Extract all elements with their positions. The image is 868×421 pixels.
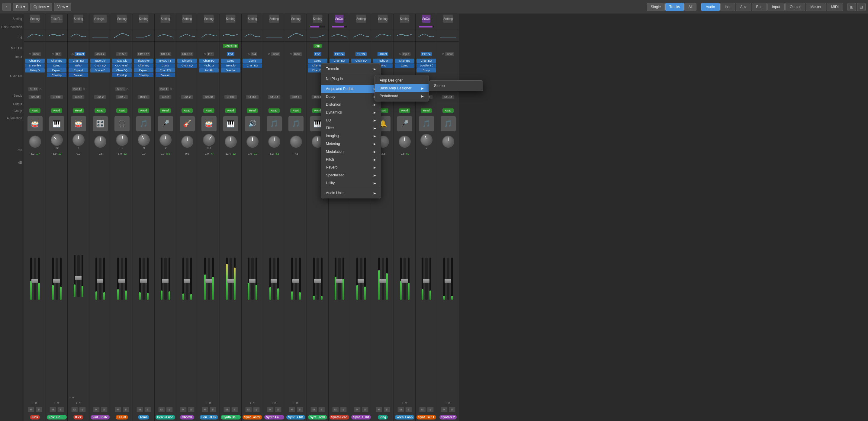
submenu-arrow-metering: ▶ — [374, 142, 376, 146]
menu-separator-3 — [321, 188, 381, 188]
submenu-item-stereo[interactable]: Stereo — [429, 82, 483, 90]
submenu-arrow-eq: ▶ — [374, 119, 376, 122]
submenu-arrow-modulation: ▶ — [374, 150, 376, 153]
submenu-arrow-specialized: ▶ — [374, 174, 376, 177]
submenu-arrow-pedalboard: ▶ — [421, 94, 424, 98]
submenu-arrow-reverb: ▶ — [374, 166, 376, 169]
submenu-arrow-distortion: ▶ — [374, 103, 376, 106]
submenu-arrow-imaging: ▶ — [374, 134, 376, 138]
submenu-item-amp-designer[interactable]: Amp Designer — [375, 77, 429, 84]
context-menu-main: Tremolo ▶ No Plug-in Amps and Pedals ▶ D… — [321, 63, 381, 199]
menu-item-specialized[interactable]: Specialized ▶ — [321, 171, 381, 179]
submenu-item-bass-amp[interactable]: Bass Amp Designer ▶ — [375, 84, 429, 92]
menu-item-eq[interactable]: EQ ▶ — [321, 116, 381, 124]
menu-item-delay[interactable]: Delay ▶ — [321, 93, 381, 100]
submenu-item-pedalboard[interactable]: Pedalboard ▶ — [375, 92, 429, 100]
submenu-arrow-bass-amp: ▶ — [421, 87, 424, 90]
menu-item-amps-pedals[interactable]: Amps and Pedals ▶ — [321, 85, 381, 93]
submenu-arrow-tremolo: ▶ — [374, 67, 376, 71]
menu-item-imaging[interactable]: Imaging ▶ — [321, 132, 381, 140]
submenu-arrow-dynamics: ▶ — [374, 111, 376, 114]
menu-item-no-plugin[interactable]: No Plug-in — [321, 75, 381, 83]
menu-item-dynamics[interactable]: Dynamics ▶ — [321, 109, 381, 116]
menu-item-distortion[interactable]: Distortion ▶ — [321, 100, 381, 109]
submenu-arrow-utility: ▶ — [374, 181, 376, 185]
menu-item-audio-units[interactable]: Audio Units ▶ — [321, 189, 381, 197]
submenu-arrow-filter: ▶ — [374, 126, 376, 130]
submenu-arrow-audio-units: ▶ — [374, 191, 376, 195]
menu-item-filter[interactable]: Filter ▶ — [321, 124, 381, 132]
submenu-amps-pedals: Amp Designer Bass Amp Designer ▶ Pedalbo… — [374, 75, 429, 101]
menu-item-modulation[interactable]: Modulation ▶ — [321, 148, 381, 155]
menu-separator-1 — [321, 74, 381, 74]
submenu-bass-amp: Stereo — [429, 80, 483, 91]
submenu-arrow-pitch: ▶ — [374, 158, 376, 161]
menu-item-utility[interactable]: Utility ▶ — [321, 179, 381, 187]
context-menu-overlay[interactable]: Tremolo ▶ No Plug-in Amps and Pedals ▶ D… — [0, 0, 868, 421]
menu-item-tremolo[interactable]: Tremolo ▶ — [321, 65, 381, 73]
menu-item-reverb[interactable]: Reverb ▶ — [321, 163, 381, 171]
menu-item-metering[interactable]: Metering ▶ — [321, 140, 381, 148]
menu-separator-2 — [321, 84, 381, 84]
menu-item-pitch[interactable]: Pitch ▶ — [321, 155, 381, 163]
